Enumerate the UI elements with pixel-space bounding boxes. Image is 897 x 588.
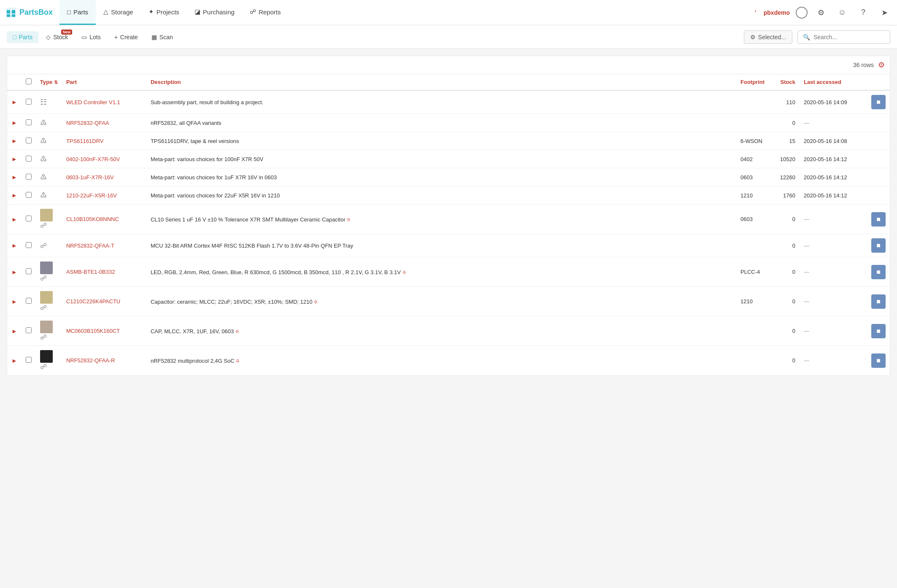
expand-button[interactable]: ► <box>11 298 17 305</box>
part-link[interactable]: ASMB-BTE1-0B332 <box>66 269 115 275</box>
pdf-icon[interactable]: ⎑ <box>235 328 239 334</box>
description-cell: LED, RGB, 2.4mm, Red, Green, Blue, R 630… <box>146 257 736 287</box>
action-button[interactable]: ■ <box>871 238 886 253</box>
expand-cell: ► <box>7 234 22 257</box>
app-logo[interactable]: PartsBox <box>5 7 53 19</box>
expand-button[interactable]: ► <box>11 242 17 249</box>
part-link[interactable]: TPS61161DRV <box>66 138 104 144</box>
row-checkbox[interactable] <box>26 327 32 333</box>
action-button[interactable]: ■ <box>871 353 886 368</box>
description-cell: TPS61161DRV, tape & reel versions <box>146 132 736 150</box>
sub-nav-lots[interactable]: ▭ Lots <box>76 31 106 43</box>
col-part-header[interactable]: Part <box>62 74 146 91</box>
part-link[interactable]: 1210-22uF-X5R-16V <box>66 192 117 199</box>
col-accessed-header[interactable]: Last accessed <box>800 74 867 91</box>
sub-nav-parts[interactable]: □ Parts <box>7 31 38 43</box>
part-link[interactable]: NRF52832-QFAA <box>66 120 109 126</box>
footprint-text: 0603 <box>740 174 753 181</box>
part-link[interactable]: WLED Controller V1.1 <box>66 99 120 105</box>
nav-item-projects[interactable]: ✦ Projects <box>141 0 187 25</box>
settings-button[interactable]: ⚙ <box>813 5 829 20</box>
pdf-icon[interactable]: ⎑ <box>314 298 317 305</box>
sub-nav-scan[interactable]: ▦ Scan <box>146 31 179 43</box>
nav-item-reports[interactable]: ☍ Reports <box>242 0 289 25</box>
sub-nav-create[interactable]: + Create <box>108 31 144 43</box>
user-button[interactable]: ☺ <box>835 5 850 20</box>
expand-button[interactable]: ► <box>11 328 17 334</box>
type-cell: ☍ <box>36 205 62 234</box>
description-text: MCU 32-Bit ARM Cortex M4F RISC 512KB Fla… <box>151 243 353 249</box>
help-button[interactable]: ? <box>856 5 871 20</box>
selected-button[interactable]: ⚙ Selected... <box>744 30 792 44</box>
action-button[interactable]: ■ <box>871 294 886 309</box>
col-check-header <box>22 74 36 91</box>
last-accessed-cell: 2020-05-16 14:09 <box>800 90 867 114</box>
meta-icon: ♳ <box>40 173 47 181</box>
nav-item-purchasing[interactable]: ◪ Purchasing <box>187 0 242 25</box>
expand-button[interactable]: ► <box>11 357 17 364</box>
row-checkbox[interactable] <box>26 119 32 125</box>
meta-icon: ♳ <box>40 155 47 163</box>
expand-button[interactable]: ► <box>11 138 17 144</box>
table-row: ► ☷ WLED Controller V1.1 Sub-assembly pa… <box>7 90 890 114</box>
sub-create-icon: + <box>114 34 118 40</box>
row-checkbox[interactable] <box>26 192 32 198</box>
footprint-cell <box>736 234 774 257</box>
expand-button[interactable]: ► <box>11 174 17 181</box>
logout-button[interactable]: ➤ <box>877 5 892 20</box>
part-name-cell: 0402-100nF-X7R-50V <box>62 150 146 168</box>
action-button[interactable]: ■ <box>871 95 886 109</box>
footprint-cell: 0603 <box>736 205 774 234</box>
action-button[interactable]: ■ <box>871 324 886 338</box>
expand-button[interactable]: ► <box>11 269 17 275</box>
part-link[interactable]: 0603-1uF-X7R-16V <box>66 174 114 181</box>
type-cell: ☍ <box>36 234 62 257</box>
pdf-icon[interactable]: ⎑ <box>347 216 350 223</box>
expand-cell: ► <box>7 205 22 234</box>
part-link[interactable]: NRF52832-QFAA-T <box>66 243 114 249</box>
row-checkbox[interactable] <box>26 138 32 143</box>
part-thumbnail <box>40 262 53 274</box>
expand-cell: ► <box>7 90 22 114</box>
row-checkbox[interactable] <box>26 268 32 274</box>
table-settings-button[interactable]: ⚙ <box>878 60 885 70</box>
select-all-checkbox[interactable] <box>26 78 32 84</box>
part-link[interactable]: CL10B105KO8NNNC <box>66 216 119 222</box>
col-stock-header[interactable]: Stock <box>774 74 800 91</box>
col-footprint-header[interactable]: Footprint <box>736 74 774 91</box>
sub-nav-stock[interactable]: ◇ Stock New <box>40 31 74 43</box>
table-row: ► ♳ 0603-1uF-X7R-16V Meta-part: various … <box>7 168 890 186</box>
row-checkbox[interactable] <box>26 174 32 180</box>
table-header-bar: 36 rows ⚙ <box>7 56 890 74</box>
row-checkbox[interactable] <box>26 242 32 248</box>
username[interactable]: pbxdemo <box>764 9 790 16</box>
expand-button[interactable]: ► <box>11 216 17 223</box>
row-checkbox[interactable] <box>26 298 32 304</box>
action-button[interactable]: ■ <box>871 265 886 279</box>
meta-icon: ♳ <box>40 137 47 145</box>
nav-item-parts[interactable]: □ Parts <box>59 0 96 25</box>
action-button[interactable]: ■ <box>871 212 886 227</box>
pdf-icon[interactable]: ⎑ <box>236 357 239 364</box>
expand-button[interactable]: ► <box>11 99 17 105</box>
search-input[interactable] <box>813 34 881 40</box>
expand-button[interactable]: ► <box>11 119 17 126</box>
row-checkbox[interactable] <box>26 156 32 162</box>
expand-button[interactable]: ► <box>11 192 17 199</box>
part-name-cell: C1210C226K4PACTU <box>62 287 146 316</box>
search-box[interactable]: 🔍 <box>797 30 890 44</box>
part-link[interactable]: 0402-100nF-X7R-50V <box>66 156 120 162</box>
part-link[interactable]: MC0603B105K160CT <box>66 328 120 334</box>
row-checkbox[interactable] <box>26 357 32 363</box>
col-type-header[interactable]: Type ⇅ <box>36 74 62 91</box>
part-link[interactable]: NRF52832-QFAA-R <box>66 357 115 364</box>
row-checkbox[interactable] <box>26 99 32 105</box>
col-desc-header[interactable]: Description <box>146 74 736 91</box>
nav-item-storage[interactable]: △ Storage <box>96 0 141 25</box>
check-cell <box>22 257 36 287</box>
expand-button[interactable]: ► <box>11 156 17 162</box>
pdf-icon[interactable]: ⎑ <box>403 269 406 275</box>
row-checkbox[interactable] <box>26 216 32 221</box>
table-row: ► ☍ NRF52832-QFAA-T MCU 32-Bit ARM Corte… <box>7 234 890 257</box>
part-link[interactable]: C1210C226K4PACTU <box>66 298 120 305</box>
